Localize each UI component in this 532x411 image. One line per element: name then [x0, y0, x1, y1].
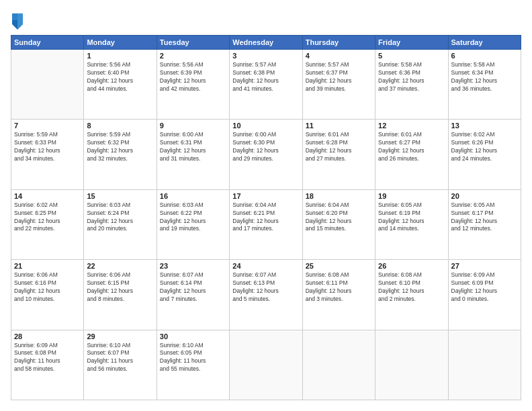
calendar-cell [11, 50, 84, 120]
day-number: 3 [232, 52, 299, 60]
calendar-cell: 20Sunrise: 6:05 AM Sunset: 6:17 PM Dayli… [448, 189, 521, 259]
calendar-cell: 7Sunrise: 5:59 AM Sunset: 6:33 PM Daylig… [11, 120, 84, 189]
calendar-cell: 3Sunrise: 5:57 AM Sunset: 6:38 PM Daylig… [230, 50, 302, 120]
calendar-cell: 11Sunrise: 6:01 AM Sunset: 6:28 PM Dayli… [302, 120, 375, 189]
day-number: 28 [14, 332, 81, 340]
calendar-cell [375, 330, 448, 400]
calendar-cell [230, 330, 302, 400]
svg-marker-2 [12, 13, 17, 20]
calendar-cell: 28Sunrise: 6:09 AM Sunset: 6:08 PM Dayli… [11, 330, 84, 400]
logo [11, 11, 27, 30]
day-number: 14 [14, 192, 81, 200]
day-info: Sunrise: 6:01 AM Sunset: 6:28 PM Dayligh… [306, 131, 372, 163]
day-number: 23 [160, 262, 226, 270]
day-info: Sunrise: 6:05 AM Sunset: 6:19 PM Dayligh… [378, 201, 445, 234]
calendar-cell: 5Sunrise: 5:58 AM Sunset: 6:36 PM Daylig… [375, 50, 448, 120]
day-info: Sunrise: 6:00 AM Sunset: 6:30 PM Dayligh… [232, 131, 299, 163]
day-info: Sunrise: 6:09 AM Sunset: 6:08 PM Dayligh… [14, 342, 81, 374]
calendar-cell: 22Sunrise: 6:06 AM Sunset: 6:15 PM Dayli… [84, 260, 157, 330]
day-info: Sunrise: 5:59 AM Sunset: 6:33 PM Dayligh… [14, 131, 81, 163]
calendar-cell: 30Sunrise: 6:10 AM Sunset: 6:05 PM Dayli… [157, 330, 229, 400]
day-info: Sunrise: 6:10 AM Sunset: 6:07 PM Dayligh… [87, 342, 153, 374]
calendar-cell: 13Sunrise: 6:02 AM Sunset: 6:26 PM Dayli… [448, 120, 521, 189]
day-info: Sunrise: 6:06 AM Sunset: 6:15 PM Dayligh… [87, 271, 153, 304]
header [11, 11, 521, 30]
day-number: 22 [87, 262, 153, 270]
calendar-cell [448, 330, 521, 400]
day-number: 6 [451, 52, 518, 60]
calendar-cell: 14Sunrise: 6:02 AM Sunset: 6:25 PM Dayli… [11, 189, 84, 259]
day-info: Sunrise: 6:06 AM Sunset: 6:16 PM Dayligh… [14, 271, 81, 304]
day-info: Sunrise: 5:59 AM Sunset: 6:32 PM Dayligh… [87, 131, 153, 163]
day-number: 8 [87, 122, 153, 130]
logo-icon [11, 11, 24, 30]
day-number: 30 [160, 332, 226, 340]
day-number: 13 [451, 122, 518, 130]
day-info: Sunrise: 6:08 AM Sunset: 6:11 PM Dayligh… [306, 271, 372, 304]
day-info: Sunrise: 6:02 AM Sunset: 6:25 PM Dayligh… [14, 201, 81, 234]
day-number: 18 [306, 192, 372, 200]
calendar-week-row: 28Sunrise: 6:09 AM Sunset: 6:08 PM Dayli… [11, 330, 521, 400]
calendar-cell: 26Sunrise: 6:08 AM Sunset: 6:10 PM Dayli… [375, 260, 448, 330]
page: SundayMondayTuesdayWednesdayThursdayFrid… [0, 0, 532, 411]
calendar-cell: 10Sunrise: 6:00 AM Sunset: 6:30 PM Dayli… [230, 120, 302, 189]
calendar-cell: 9Sunrise: 6:00 AM Sunset: 6:31 PM Daylig… [157, 120, 229, 189]
day-number: 16 [160, 192, 226, 200]
calendar-cell: 25Sunrise: 6:08 AM Sunset: 6:11 PM Dayli… [302, 260, 375, 330]
day-info: Sunrise: 6:05 AM Sunset: 6:17 PM Dayligh… [451, 201, 518, 234]
day-info: Sunrise: 6:00 AM Sunset: 6:31 PM Dayligh… [160, 131, 226, 163]
day-info: Sunrise: 6:03 AM Sunset: 6:22 PM Dayligh… [160, 201, 226, 234]
calendar-cell: 8Sunrise: 5:59 AM Sunset: 6:32 PM Daylig… [84, 120, 157, 189]
calendar-week-row: 1Sunrise: 5:56 AM Sunset: 6:40 PM Daylig… [11, 50, 521, 120]
calendar-week-row: 21Sunrise: 6:06 AM Sunset: 6:16 PM Dayli… [11, 260, 521, 330]
day-info: Sunrise: 6:09 AM Sunset: 6:09 PM Dayligh… [451, 271, 518, 304]
day-info: Sunrise: 5:58 AM Sunset: 6:34 PM Dayligh… [451, 61, 518, 93]
day-info: Sunrise: 6:04 AM Sunset: 6:21 PM Dayligh… [232, 201, 299, 234]
day-number: 20 [451, 192, 518, 200]
day-number: 11 [306, 122, 372, 130]
weekday-header-row: SundayMondayTuesdayWednesdayThursdayFrid… [11, 36, 521, 50]
day-number: 27 [451, 262, 518, 270]
day-info: Sunrise: 6:01 AM Sunset: 6:27 PM Dayligh… [378, 131, 445, 163]
svg-marker-1 [17, 13, 23, 30]
day-info: Sunrise: 6:08 AM Sunset: 6:10 PM Dayligh… [378, 271, 445, 304]
calendar-cell: 15Sunrise: 6:03 AM Sunset: 6:24 PM Dayli… [84, 189, 157, 259]
day-number: 2 [160, 52, 226, 60]
calendar-cell: 16Sunrise: 6:03 AM Sunset: 6:22 PM Dayli… [157, 189, 229, 259]
day-number: 26 [378, 262, 445, 270]
day-info: Sunrise: 6:04 AM Sunset: 6:20 PM Dayligh… [306, 201, 372, 234]
calendar-cell: 12Sunrise: 6:01 AM Sunset: 6:27 PM Dayli… [375, 120, 448, 189]
day-info: Sunrise: 5:57 AM Sunset: 6:38 PM Dayligh… [232, 61, 299, 93]
weekday-header-friday: Friday [375, 36, 448, 50]
weekday-header-monday: Monday [84, 36, 157, 50]
calendar-cell: 2Sunrise: 5:56 AM Sunset: 6:39 PM Daylig… [157, 50, 229, 120]
day-number: 25 [306, 262, 372, 270]
day-number: 10 [232, 122, 299, 130]
day-info: Sunrise: 6:07 AM Sunset: 6:14 PM Dayligh… [160, 271, 226, 304]
calendar-cell: 6Sunrise: 5:58 AM Sunset: 6:34 PM Daylig… [448, 50, 521, 120]
calendar-cell [302, 330, 375, 400]
calendar-week-row: 7Sunrise: 5:59 AM Sunset: 6:33 PM Daylig… [11, 120, 521, 189]
weekday-header-wednesday: Wednesday [230, 36, 302, 50]
calendar-week-row: 14Sunrise: 6:02 AM Sunset: 6:25 PM Dayli… [11, 189, 521, 259]
calendar-cell: 18Sunrise: 6:04 AM Sunset: 6:20 PM Dayli… [302, 189, 375, 259]
day-number: 19 [378, 192, 445, 200]
calendar-cell: 19Sunrise: 6:05 AM Sunset: 6:19 PM Dayli… [375, 189, 448, 259]
day-number: 17 [232, 192, 299, 200]
weekday-header-tuesday: Tuesday [157, 36, 229, 50]
calendar-cell: 27Sunrise: 6:09 AM Sunset: 6:09 PM Dayli… [448, 260, 521, 330]
day-number: 29 [87, 332, 153, 340]
day-number: 9 [160, 122, 226, 130]
day-info: Sunrise: 5:56 AM Sunset: 6:40 PM Dayligh… [87, 61, 153, 93]
weekday-header-thursday: Thursday [302, 36, 375, 50]
day-info: Sunrise: 6:07 AM Sunset: 6:13 PM Dayligh… [232, 271, 299, 304]
day-number: 1 [87, 52, 153, 60]
day-number: 15 [87, 192, 153, 200]
calendar-cell: 1Sunrise: 5:56 AM Sunset: 6:40 PM Daylig… [84, 50, 157, 120]
calendar-cell: 4Sunrise: 5:57 AM Sunset: 6:37 PM Daylig… [302, 50, 375, 120]
day-number: 12 [378, 122, 445, 130]
day-info: Sunrise: 5:57 AM Sunset: 6:37 PM Dayligh… [306, 61, 372, 93]
weekday-header-saturday: Saturday [448, 36, 521, 50]
calendar-table: SundayMondayTuesdayWednesdayThursdayFrid… [11, 35, 521, 400]
calendar-cell: 21Sunrise: 6:06 AM Sunset: 6:16 PM Dayli… [11, 260, 84, 330]
